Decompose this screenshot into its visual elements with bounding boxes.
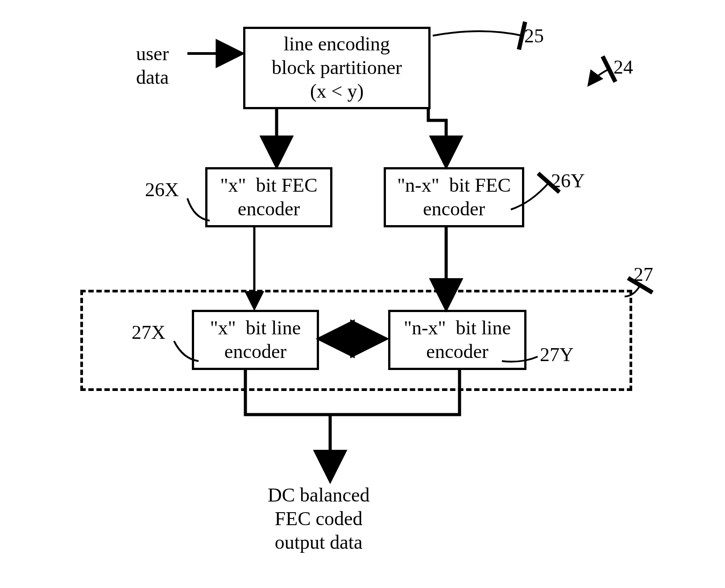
leader-27X: [174, 341, 199, 361]
leader-27Y: [502, 357, 538, 362]
leader-25: [433, 31, 522, 36]
leader-24: [589, 69, 609, 85]
merge-left: [245, 368, 330, 415]
diagram-stage: { "input_label": "user\ndata", "box25": …: [0, 0, 725, 588]
leader-27: [625, 285, 640, 296]
arrow-25-to-26Y: [428, 107, 446, 165]
leader-26X: [187, 198, 210, 221]
connectors: [0, 0, 725, 588]
merge-right: [330, 368, 460, 415]
leader-26Y: [511, 183, 549, 210]
